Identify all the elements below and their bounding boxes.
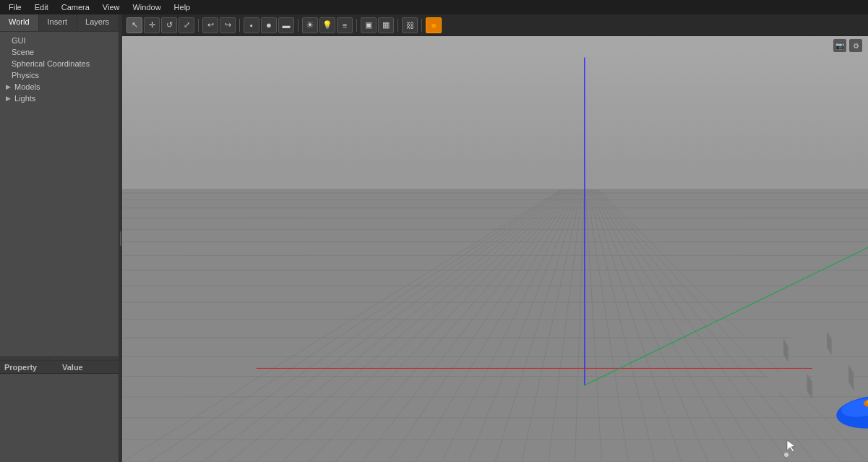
toolbar-sep-1 — [198, 19, 199, 32]
tool-orange[interactable]: ■ — [426, 17, 442, 33]
tab-bar: World Insert Layers — [0, 14, 119, 32]
undo-icon: ↩ — [207, 20, 214, 30]
tool-link[interactable]: ⛓ — [402, 17, 418, 33]
scale-icon: ⤢ — [184, 20, 190, 30]
toolbar-sep-4 — [356, 19, 357, 32]
tool-box[interactable]: ▪ — [244, 17, 259, 33]
resize-indicator — [120, 231, 121, 246]
main-layout: World Insert Layers GUI Scene Spherical … — [0, 14, 868, 462]
left-panel: World Insert Layers GUI Scene Spherical … — [0, 14, 119, 462]
camera-icon: 📷 — [835, 42, 844, 50]
menu-view[interactable]: View — [97, 1, 126, 13]
viewport-area: ↖ ✛ ↺ ⤢ ↩ ↪ ▪ ● — [122, 14, 868, 462]
link-icon: ⛓ — [406, 21, 414, 30]
tool-sphere[interactable]: ● — [261, 17, 277, 33]
toolbar: ↖ ✛ ↺ ⤢ ↩ ↪ ▪ ● — [122, 14, 868, 36]
tree-item-scene[interactable]: Scene — [0, 46, 119, 58]
menu-window[interactable]: Window — [126, 1, 166, 13]
tool-undo[interactable]: ↩ — [202, 17, 218, 33]
menu-help[interactable]: Help — [168, 1, 197, 13]
tree-label-lights: Lights — [14, 94, 35, 103]
arrow-lights: ▶ — [6, 95, 12, 102]
toolbar-sep-3 — [298, 19, 298, 32]
sun-icon: ☀ — [306, 20, 314, 30]
settings-icon: ⚙ — [853, 42, 859, 50]
box-icon: ▪ — [250, 21, 253, 30]
menu-edit[interactable]: Edit — [29, 1, 54, 13]
pointlight-icon: 💡 — [322, 20, 332, 30]
tree-label-spherical: Spherical Coordinates — [12, 59, 90, 68]
menu-camera[interactable]: Camera — [56, 1, 95, 13]
tab-world[interactable]: World — [0, 14, 39, 31]
mesh1-icon: ▣ — [365, 20, 372, 30]
lines-icon: ≡ — [343, 21, 347, 30]
tab-insert[interactable]: Insert — [39, 14, 77, 31]
viewport-settings-icon[interactable]: ⚙ — [849, 39, 862, 52]
tree-item-lights[interactable]: ▶ Lights — [0, 93, 119, 104]
tool-lines[interactable]: ≡ — [337, 17, 353, 33]
tree-item-gui[interactable]: GUI — [0, 35, 119, 46]
prop-col-property: Property — [0, 363, 58, 372]
properties-panel: Property Value — [0, 361, 119, 462]
redo-icon: ↪ — [225, 20, 231, 30]
tree-item-models[interactable]: ▶ Models — [0, 81, 119, 93]
tool-scale[interactable]: ⤢ — [179, 17, 194, 33]
toolbar-sep-2 — [239, 19, 240, 32]
tool-mesh1[interactable]: ▣ — [361, 17, 377, 33]
cylinder-icon: ▬ — [283, 21, 291, 30]
arrow-models: ▶ — [6, 83, 12, 90]
toolbar-sep-6 — [421, 19, 422, 32]
rotate-icon: ↺ — [166, 20, 173, 30]
scene-tree: GUI Scene Spherical Coordinates Physics … — [0, 32, 119, 356]
tab-layers[interactable]: Layers — [77, 14, 119, 31]
prop-header: Property Value — [0, 361, 119, 374]
menubar: File Edit Camera View Window Help — [0, 0, 868, 14]
tree-label-physics: Physics — [12, 71, 39, 80]
sphere-icon: ● — [266, 20, 272, 30]
tool-translate[interactable]: ✛ — [144, 17, 160, 33]
toolbar-sep-5 — [398, 19, 398, 32]
tree-label-scene: Scene — [12, 48, 34, 56]
viewport-camera-icon[interactable]: 📷 — [833, 39, 846, 52]
tool-rotate[interactable]: ↺ — [161, 17, 177, 33]
orange-icon: ■ — [431, 21, 437, 30]
tree-item-physics[interactable]: Physics — [0, 69, 119, 81]
tool-cylinder[interactable]: ▬ — [278, 17, 294, 33]
viewport-canvas — [122, 36, 868, 462]
prop-col-value: Value — [58, 363, 119, 372]
tool-redo[interactable]: ↪ — [220, 17, 236, 33]
3d-viewport[interactable]: 📷 ⚙ — [122, 36, 868, 462]
tool-select[interactable]: ↖ — [126, 17, 142, 33]
tree-item-spherical[interactable]: Spherical Coordinates — [0, 58, 119, 69]
mesh2-icon: ▦ — [382, 20, 390, 30]
menu-file[interactable]: File — [3, 1, 27, 13]
select-icon: ↖ — [132, 20, 138, 30]
viewport-controls: 📷 ⚙ — [833, 39, 862, 52]
tool-pointlight[interactable]: 💡 — [319, 17, 335, 33]
tree-label-gui: GUI — [12, 36, 26, 45]
tool-sun[interactable]: ☀ — [302, 17, 318, 33]
tool-mesh2[interactable]: ▦ — [378, 17, 394, 33]
tree-label-models: Models — [14, 82, 40, 91]
translate-icon: ✛ — [149, 20, 155, 30]
